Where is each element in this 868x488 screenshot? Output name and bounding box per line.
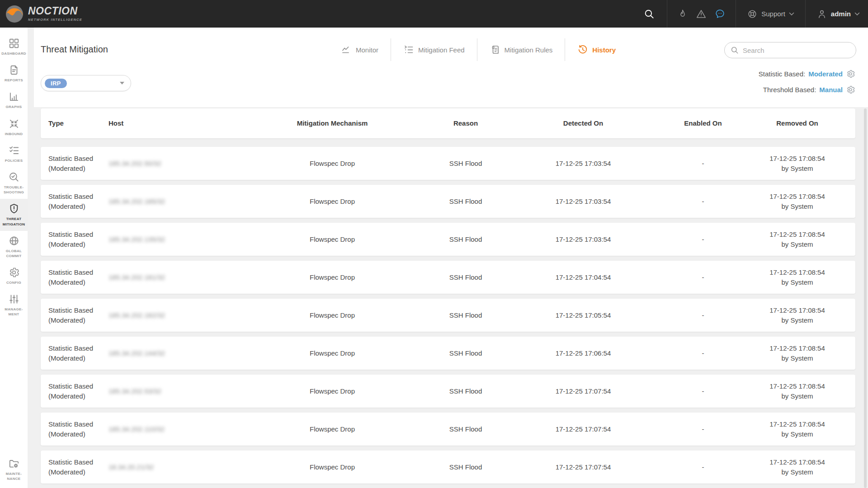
table-row[interactable]: Statistic Based (Moderated) 185.34.202.1… xyxy=(41,185,855,218)
vertical-scrollbar[interactable] xyxy=(864,108,867,488)
brand-logo[interactable]: NOCTION NETWORK INTELLIGENCE xyxy=(0,5,82,23)
sidebar-item-threat-mitigation[interactable]: THREAT MITIGATION xyxy=(0,199,28,230)
cell-reason: SSH Flood xyxy=(432,386,500,396)
alert-triangle-icon[interactable] xyxy=(696,9,707,19)
cell-detected-on: 17-12-25 17:03:54 xyxy=(500,159,667,169)
sidebar-item-reports[interactable]: REPORTS xyxy=(0,60,28,87)
sidebar-item-config[interactable]: CONFIG xyxy=(0,263,28,289)
bar-chart-icon xyxy=(8,91,20,103)
cell-enabled-on: - xyxy=(667,235,739,244)
cell-reason: SSH Flood xyxy=(432,310,500,320)
sidebar-item-policies[interactable]: POLICIES xyxy=(0,141,28,167)
cell-type: Statistic Based (Moderated) xyxy=(41,230,108,249)
table-header-row: Type Host Mitigation Mechanism Reason De… xyxy=(41,108,855,138)
table-row[interactable]: Statistic Based (Moderated) 185.34.202.1… xyxy=(41,223,855,256)
cell-enabled-on: - xyxy=(667,272,739,282)
topbar-actions: Support admin xyxy=(632,0,868,28)
search-icon xyxy=(730,46,739,55)
dropdown-caret-icon xyxy=(120,82,124,84)
table-row[interactable]: Statistic Based (Moderated) 18.34.20.21/… xyxy=(41,450,855,483)
table-row[interactable]: Statistic Based (Moderated) 185.34.202.5… xyxy=(41,375,855,408)
sidebar-item-troubleshooting[interactable]: TROUBLE-SHOOTING xyxy=(0,167,28,199)
table-row[interactable]: Statistic Based (Moderated) 185.34.202.1… xyxy=(41,299,855,332)
cell-host: 185.34.202.50/32 xyxy=(108,159,233,169)
username-label: admin xyxy=(831,10,851,18)
brand-name: NOCTION xyxy=(28,6,82,16)
sidebar-item-management[interactable]: MANAGE-MENT xyxy=(0,289,28,321)
mitigation-mode-filters: Statistic Based: Moderated Threshold Bas… xyxy=(759,69,855,94)
column-header-enabled-on: Enabled On xyxy=(667,118,739,128)
support-lifebuoy-icon xyxy=(747,9,758,19)
search-icon[interactable] xyxy=(632,8,667,20)
cell-reason: SSH Flood xyxy=(432,424,500,434)
checklist-icon xyxy=(8,145,20,156)
history-table: Type Host Mitigation Mechanism Reason De… xyxy=(34,107,868,488)
folder-gear-icon xyxy=(8,458,20,469)
user-menu[interactable]: admin xyxy=(806,9,868,19)
rules-scroll-icon xyxy=(490,44,500,55)
cell-enabled-on: - xyxy=(667,386,739,396)
line-chart-icon xyxy=(341,44,352,55)
sidebar-item-graphs[interactable]: GRAPHS xyxy=(0,87,28,113)
cell-mitigation-mechanism: Flowspec Drop xyxy=(233,310,432,320)
cell-mitigation-mechanism: Flowspec Drop xyxy=(233,462,432,472)
search-input[interactable] xyxy=(743,47,847,54)
gear-icon[interactable] xyxy=(846,85,855,94)
cell-removed-on: 17-12-25 17:08:54 by System xyxy=(739,192,855,211)
shield-alert-icon xyxy=(8,203,20,215)
table-row[interactable]: Statistic Based (Moderated) 185.34.202.1… xyxy=(41,261,855,294)
table-row[interactable]: Statistic Based (Moderated) 185.34.202.1… xyxy=(41,337,855,370)
cell-type: Statistic Based (Moderated) xyxy=(41,343,108,363)
support-menu[interactable]: Support xyxy=(736,9,805,19)
user-icon xyxy=(816,9,827,19)
cell-reason: SSH Flood xyxy=(432,235,500,244)
cell-type: Statistic Based (Moderated) xyxy=(41,267,108,287)
sidebar-item-inbound[interactable]: INBOUND xyxy=(0,114,28,141)
statistic-based-label: Statistic Based: xyxy=(759,70,805,78)
cell-removed-on: 17-12-25 17:08:54 by System xyxy=(739,267,855,287)
redacted-host-text: 185.34.202.53/32 xyxy=(108,387,161,395)
tab-history[interactable]: History xyxy=(565,44,628,55)
table-row[interactable]: Statistic Based (Moderated) 185.34.202.1… xyxy=(41,413,855,446)
flame-icon[interactable] xyxy=(677,9,688,19)
statistic-based-value[interactable]: Moderated xyxy=(808,70,843,78)
chevron-down-icon xyxy=(789,12,794,16)
cell-host: 185.34.202.135/32 xyxy=(108,235,233,244)
application-window: NOCTION NETWORK INTELLIGENCE xyxy=(0,0,868,488)
table-body: Statistic Based (Moderated) 185.34.202.5… xyxy=(41,147,855,483)
irp-dropdown[interactable]: IRP xyxy=(41,75,131,91)
chevron-down-icon xyxy=(854,12,860,16)
cell-enabled-on: - xyxy=(667,310,739,320)
cell-reason: SSH Flood xyxy=(432,272,500,282)
arrows-inward-icon xyxy=(8,118,20,130)
gear-icon[interactable] xyxy=(846,69,855,79)
tab-mitigation-feed[interactable]: Mitigation Feed xyxy=(391,44,477,55)
cell-host: 18.34.20.21/32 xyxy=(108,462,233,472)
column-header-mitigation-mechanism: Mitigation Mechanism xyxy=(233,118,432,128)
cell-mitigation-mechanism: Flowspec Drop xyxy=(233,272,432,282)
cell-enabled-on: - xyxy=(667,462,739,472)
sidebar-item-maintenance[interactable]: MAINTE-NANCE xyxy=(0,454,28,485)
tab-monitor[interactable]: Monitor xyxy=(329,44,391,55)
redacted-host-text: 185.34.202.135/32 xyxy=(108,235,165,243)
cell-reason: SSH Flood xyxy=(432,462,500,472)
irp-badge: IRP xyxy=(45,79,67,88)
cell-detected-on: 17-12-25 17:05:54 xyxy=(500,310,667,320)
column-header-removed-on: Removed On xyxy=(739,118,855,128)
magnifier-check-icon xyxy=(8,171,20,183)
chat-icon[interactable] xyxy=(714,8,726,19)
page-title: Threat Mitigation xyxy=(41,44,108,55)
table-row[interactable]: Statistic Based (Moderated) 185.34.202.5… xyxy=(41,147,855,180)
redacted-host-text: 185.34.202.144/32 xyxy=(108,349,165,357)
tab-mitigation-rules[interactable]: Mitigation Rules xyxy=(477,44,565,55)
sidebar-item-global-commit[interactable]: GLOBAL COMMIT xyxy=(0,231,28,263)
cell-enabled-on: - xyxy=(667,159,739,169)
cell-host: 185.34.202.53/32 xyxy=(108,386,233,396)
cell-removed-on: 17-12-25 17:08:54 by System xyxy=(739,419,855,439)
cell-type: Statistic Based (Moderated) xyxy=(41,192,108,211)
sidebar-item-dashboard[interactable]: DASHBOARD xyxy=(0,33,28,60)
cell-detected-on: 17-12-25 17:07:54 xyxy=(500,386,667,396)
cell-type: Statistic Based (Moderated) xyxy=(41,419,108,439)
report-document-icon xyxy=(8,64,20,76)
threshold-based-value[interactable]: Manual xyxy=(819,86,843,94)
